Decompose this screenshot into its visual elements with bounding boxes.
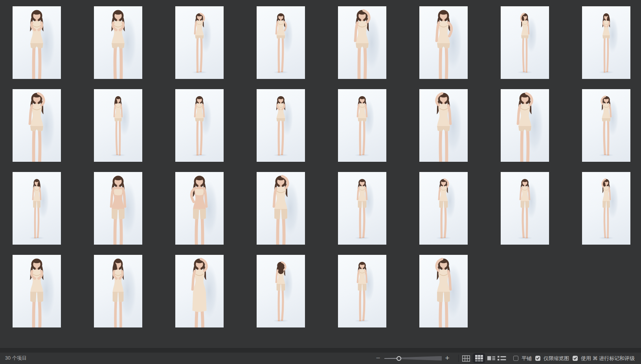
list-view-button[interactable] <box>497 353 507 364</box>
model-photo <box>582 172 630 245</box>
thumbnail[interactable] <box>338 172 386 245</box>
model-photo <box>175 6 224 79</box>
status-bar: 30 个项目 − + <box>0 353 641 364</box>
thumbnail[interactable] <box>94 172 142 245</box>
model-photo <box>501 172 549 245</box>
model-photo <box>582 89 630 162</box>
details-view-icon <box>487 356 495 361</box>
grid-outline-view-button[interactable] <box>461 353 471 364</box>
model-photo <box>94 6 142 79</box>
thumbnail[interactable] <box>94 6 142 79</box>
model-photo <box>94 255 142 327</box>
thumbnail[interactable] <box>419 255 468 327</box>
model-photo <box>419 6 468 79</box>
photo-browser-window: 30 个项目 − + <box>0 0 641 364</box>
thumbnail[interactable] <box>94 255 142 327</box>
model-photo <box>175 255 224 327</box>
checkmark-icon <box>573 356 577 360</box>
model-photo <box>338 172 386 245</box>
thumbnail[interactable] <box>257 6 305 79</box>
zoom-out-button[interactable]: − <box>374 353 382 364</box>
grid-outline-icon <box>462 355 470 362</box>
model-photo <box>419 255 468 327</box>
model-photo <box>419 89 468 162</box>
thumbnail[interactable] <box>13 255 61 327</box>
slider-thumb[interactable] <box>397 356 401 361</box>
statusbar-divider <box>0 348 641 353</box>
model-photo <box>257 6 305 79</box>
model-photo <box>257 89 305 162</box>
details-view-button[interactable] <box>487 353 496 364</box>
thumbnails-only-checkbox-label: 仅限缩览图 <box>544 355 569 362</box>
thumbnail[interactable] <box>13 6 61 79</box>
thumbnail-size-slider[interactable] <box>384 353 442 364</box>
thumbnail[interactable] <box>175 255 224 327</box>
separator <box>458 355 459 362</box>
zoom-in-button[interactable]: + <box>443 353 452 364</box>
separator <box>472 355 473 362</box>
thumbnail[interactable] <box>257 172 305 245</box>
tile-checkbox-group[interactable]: 平铺 <box>513 353 532 364</box>
thumbnail[interactable] <box>338 255 386 327</box>
model-photo <box>13 89 61 162</box>
thumbnail[interactable] <box>338 89 386 162</box>
thumbnail[interactable] <box>257 255 305 327</box>
model-photo <box>13 255 61 327</box>
cmd-rating-checkbox[interactable] <box>573 356 578 361</box>
thumbnail[interactable] <box>175 6 224 79</box>
thumbnail[interactable] <box>582 6 630 79</box>
thumbnails-only-checkbox[interactable] <box>535 356 540 361</box>
thumbnail[interactable] <box>175 172 224 245</box>
model-photo <box>338 255 386 327</box>
cmd-rating-checkbox-group[interactable]: 使用 ⌘ 进行标记和评级 <box>573 353 635 364</box>
thumbnail-grid-view-button[interactable] <box>473 353 485 363</box>
list-view-icon <box>498 356 506 361</box>
model-photo <box>175 89 224 162</box>
thumbnail[interactable] <box>419 6 468 79</box>
thumbnail[interactable] <box>257 89 305 162</box>
tile-checkbox[interactable] <box>513 356 518 361</box>
thumbnail[interactable] <box>175 89 224 162</box>
thumbnail[interactable] <box>419 172 468 245</box>
checkmark-icon <box>536 356 540 360</box>
thumbnail[interactable] <box>13 172 61 245</box>
cmd-rating-checkbox-label: 使用 ⌘ 进行标记和评级 <box>581 355 635 362</box>
thumbnail[interactable] <box>582 89 630 162</box>
model-photo <box>13 172 61 245</box>
thumbnail-grid-icon <box>475 355 483 362</box>
model-photo <box>257 172 305 245</box>
thumbnail[interactable] <box>338 6 386 79</box>
thumbnail[interactable] <box>501 6 549 79</box>
model-photo <box>338 6 386 79</box>
thumbnail[interactable] <box>13 89 61 162</box>
model-photo <box>94 89 142 162</box>
thumbnail[interactable] <box>501 172 549 245</box>
thumbnails-only-checkbox-group[interactable]: 仅限缩览图 <box>535 353 569 364</box>
model-photo <box>501 89 549 162</box>
thumbnail[interactable] <box>582 172 630 245</box>
tile-checkbox-label: 平铺 <box>522 355 532 362</box>
model-photo <box>13 6 61 79</box>
model-photo <box>419 172 468 245</box>
model-photo <box>257 255 305 327</box>
model-photo <box>175 172 224 245</box>
model-photo <box>94 172 142 245</box>
thumbnail-grid <box>0 0 641 348</box>
item-count: 30 个项目 <box>5 353 27 364</box>
thumbnail[interactable] <box>94 89 142 162</box>
model-photo <box>338 89 386 162</box>
model-photo <box>582 6 630 79</box>
thumbnail[interactable] <box>501 89 549 162</box>
thumbnail[interactable] <box>419 89 468 162</box>
model-photo <box>501 6 549 79</box>
